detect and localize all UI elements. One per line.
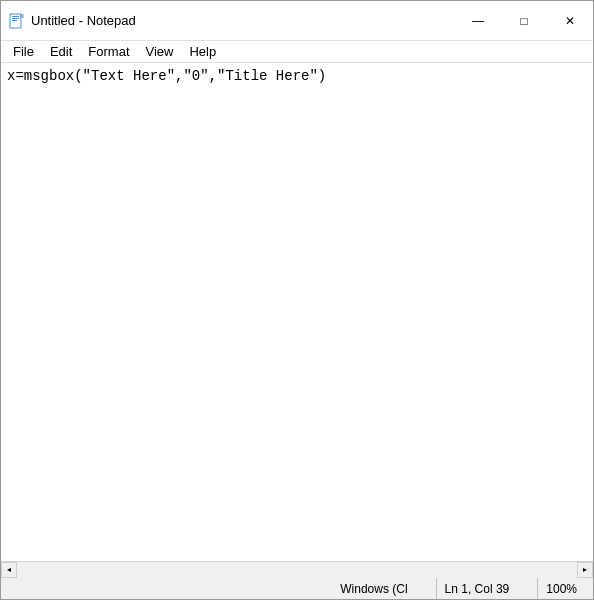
- scroll-right-icon: ▸: [583, 565, 587, 574]
- close-button[interactable]: ✕: [547, 1, 593, 41]
- notepad-window: Untitled - Notepad — □ ✕ File Edit Forma…: [0, 0, 594, 600]
- status-zoom: 100%: [537, 578, 585, 599]
- text-editor[interactable]: x=msgbox("Text Here","0","Title Here"): [1, 63, 593, 561]
- window-title: Untitled - Notepad: [31, 13, 136, 28]
- menu-format[interactable]: Format: [80, 41, 137, 63]
- menu-file[interactable]: File: [5, 41, 42, 63]
- svg-rect-2: [12, 18, 19, 19]
- title-bar-left: Untitled - Notepad: [9, 13, 136, 29]
- svg-rect-4: [20, 14, 24, 18]
- editor-container: x=msgbox("Text Here","0","Title Here"): [1, 63, 593, 561]
- maximize-button[interactable]: □: [501, 1, 547, 41]
- status-bar: Windows (Cl Ln 1, Col 39 100%: [1, 577, 593, 599]
- scroll-track[interactable]: [17, 562, 577, 578]
- window-controls: — □ ✕: [455, 1, 593, 41]
- menu-bar: File Edit Format View Help: [1, 41, 593, 63]
- notepad-icon: [9, 13, 25, 29]
- scroll-left-button[interactable]: ◂: [1, 562, 17, 578]
- horizontal-scrollbar: ◂ ▸: [1, 561, 593, 577]
- status-position: Ln 1, Col 39: [436, 578, 518, 599]
- svg-rect-3: [12, 20, 17, 21]
- menu-help[interactable]: Help: [181, 41, 224, 63]
- svg-rect-1: [12, 16, 19, 17]
- scroll-right-button[interactable]: ▸: [577, 562, 593, 578]
- minimize-button[interactable]: —: [455, 1, 501, 41]
- menu-view[interactable]: View: [138, 41, 182, 63]
- scroll-left-icon: ◂: [7, 565, 11, 574]
- title-bar: Untitled - Notepad — □ ✕: [1, 1, 593, 41]
- status-encoding: Windows (Cl: [332, 578, 415, 599]
- menu-edit[interactable]: Edit: [42, 41, 80, 63]
